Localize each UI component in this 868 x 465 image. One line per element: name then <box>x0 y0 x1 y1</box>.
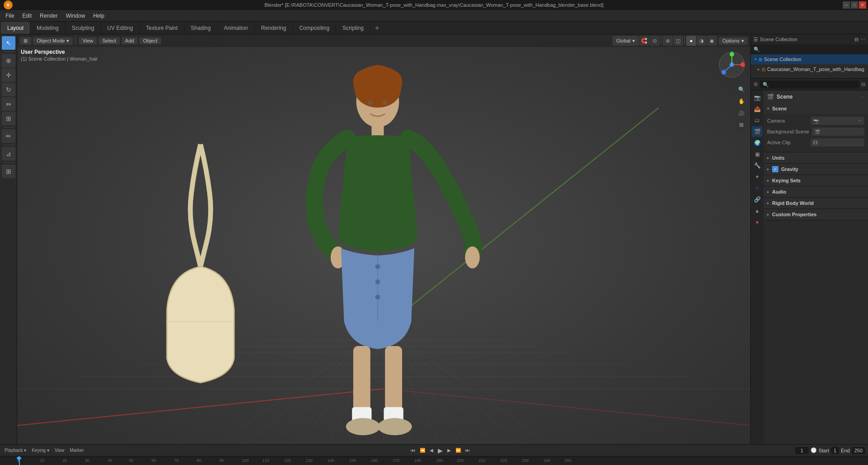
viewport[interactable]: ⊞ Object Mode ▾ View Select Add Object <box>17 34 750 444</box>
outliner-search-input[interactable] <box>762 47 865 52</box>
transform-tool-button[interactable]: ⊞ <box>2 112 15 125</box>
tab-animation[interactable]: Animation <box>218 22 255 34</box>
properties-filter-icon[interactable]: ⊟ <box>861 81 865 87</box>
minimize-button[interactable]: ─ <box>843 1 850 9</box>
add-menu-button[interactable]: Add <box>122 37 138 44</box>
scale-tool-button[interactable]: ⇔ <box>2 97 15 111</box>
pan-button[interactable]: ✋ <box>736 96 747 107</box>
rotate-tool-button[interactable]: ↻ <box>2 83 15 96</box>
ortho-button[interactable]: ⊞ <box>736 119 747 130</box>
tab-sculpting[interactable]: Sculpting <box>66 22 101 34</box>
transform-global-button[interactable]: Global ▾ <box>612 36 639 46</box>
xray-button[interactable]: ◫ <box>673 36 683 46</box>
options-button[interactable]: Options ▾ <box>719 37 748 45</box>
material-preview-button[interactable]: ◑ <box>697 36 707 46</box>
outliner-search-bar: 🔍 <box>751 44 868 54</box>
menu-render[interactable]: Render <box>36 12 61 20</box>
units-section-header[interactable]: ▸ Units <box>764 152 868 163</box>
start-value-field[interactable]: 1 <box>831 447 839 454</box>
background-scene-value[interactable]: 🎬 <box>812 128 864 136</box>
render-props-button[interactable]: 📷 <box>752 92 763 103</box>
object-mode-button[interactable]: Object Mode ▾ <box>33 37 73 45</box>
camera-button[interactable]: 🎥 <box>736 108 747 119</box>
view-menu-timeline-button[interactable]: View <box>53 447 66 454</box>
object-menu-button[interactable]: Object <box>139 37 161 44</box>
outliner-character-item[interactable]: ▸ ⊡ Caucasian_Woman_T_pose_with_Handbag <box>751 64 868 74</box>
tab-compositing[interactable]: Compositing <box>293 22 337 34</box>
proportional-edit-button[interactable]: ⊙ <box>650 36 659 46</box>
gravity-checkbox[interactable]: ✓ <box>772 166 778 172</box>
editor-type-button[interactable]: ⊞ <box>20 37 31 45</box>
end-value-field[interactable]: 250 <box>852 447 865 454</box>
tab-texture-paint[interactable]: Texture Paint <box>140 22 185 34</box>
scene-subsection-header[interactable]: ▾ Scene <box>764 103 868 114</box>
properties-scroll-area[interactable]: 🎬 Scene ⋯ ▾ Scene Camera <box>764 90 868 444</box>
camera-edit-icon[interactable]: ✏ <box>858 119 862 123</box>
gravity-section-header[interactable]: ▸ ✓ Gravity <box>764 164 868 175</box>
tab-uv-editing[interactable]: UV Editing <box>101 22 140 34</box>
view-menu-button[interactable]: View <box>79 37 97 44</box>
object-props-button[interactable]: ▣ <box>752 149 763 160</box>
select-menu-button[interactable]: Select <box>99 37 120 44</box>
jump-start-button[interactable]: ⏮ <box>409 447 417 454</box>
tab-shading[interactable]: Shading <box>185 22 218 34</box>
outliner-options-icon[interactable]: ⋯ <box>860 37 865 43</box>
data-props-button[interactable]: ▲ <box>752 205 763 216</box>
prev-keyframe-button[interactable]: ⏪ <box>418 447 427 454</box>
cursor-tool-button[interactable]: ⊕ <box>2 54 15 67</box>
scene-props-button[interactable]: 🎬 <box>752 126 763 137</box>
properties-search-input[interactable] <box>760 81 859 89</box>
viewport-overlay-button[interactable]: ⊛ <box>663 36 673 46</box>
custom-properties-section-header[interactable]: ▸ Custom Properties <box>764 209 868 220</box>
add-workspace-button[interactable]: + <box>370 22 384 34</box>
menu-edit[interactable]: Edit <box>19 12 35 20</box>
active-clip-value[interactable]: 🎞 <box>811 138 864 147</box>
particles-props-button[interactable]: ✦ <box>752 171 763 182</box>
rendered-view-button[interactable]: ◉ <box>707 36 717 46</box>
tab-rendering[interactable]: Rendering <box>255 22 293 34</box>
next-keyframe-button[interactable]: ⏩ <box>454 447 463 454</box>
navigation-gizmo[interactable]: X Y Z <box>717 50 747 80</box>
snap-button[interactable]: 🧲 <box>639 36 649 46</box>
close-button[interactable]: ✕ <box>859 1 866 9</box>
tab-layout[interactable]: Layout <box>1 22 30 34</box>
keying-sets-section-header[interactable]: ▸ Keying Sets <box>764 175 868 186</box>
rigid-body-world-section-header[interactable]: ▸ Rigid Body World <box>764 198 868 209</box>
constraints-props-button[interactable]: 🔗 <box>752 194 763 205</box>
menu-file[interactable]: File <box>2 12 18 20</box>
playback-menu-button[interactable]: Playback ▾ <box>3 447 28 454</box>
measure-tool-button[interactable]: ⊿ <box>2 147 15 161</box>
annotate-tool-button[interactable]: ✏ <box>2 129 15 143</box>
play-button[interactable]: ▶ <box>436 446 445 455</box>
collection-label: (1) Scene Collection | Woman_hair <box>21 56 98 62</box>
menu-help[interactable]: Help <box>90 12 108 20</box>
prev-frame-button[interactable]: ◀ <box>428 447 435 454</box>
marker-menu-button[interactable]: Marker <box>68 447 85 454</box>
next-frame-button[interactable]: ▶ <box>446 447 453 454</box>
frame-number-60: 60 <box>152 458 156 463</box>
zoom-in-button[interactable]: 🔍 <box>736 84 747 95</box>
physics-props-button[interactable]: ⚛ <box>752 183 763 194</box>
modifier-props-button[interactable]: 🔧 <box>752 160 763 171</box>
jump-end-button[interactable]: ⏭ <box>464 447 472 454</box>
camera-value[interactable]: 📷 ✏ <box>811 117 864 125</box>
timeline-bar[interactable]: 1 10 20 30 40 50 60 70 80 90 100 110 120… <box>0 456 868 465</box>
add-tool-button[interactable]: ⊞ <box>2 165 15 178</box>
view-layer-props-button[interactable]: 🗂 <box>752 115 763 126</box>
solid-view-button[interactable]: ● <box>686 36 696 46</box>
move-tool-button[interactable]: ✛ <box>2 68 15 82</box>
output-props-button[interactable]: 📤 <box>752 104 763 114</box>
tab-scripting[interactable]: Scripting <box>336 22 370 34</box>
select-tool-button[interactable]: ↖ <box>2 36 15 50</box>
keying-menu-button[interactable]: Keying ▾ <box>30 447 51 454</box>
outliner-scene-collection-item[interactable]: ▾ ⊞ Scene Collection <box>751 54 868 64</box>
frame-number-220: 220 <box>500 458 507 463</box>
scene-options-icon[interactable]: ⋯ <box>860 95 864 100</box>
material-props-button[interactable]: ● <box>752 217 763 228</box>
world-props-button[interactable]: 🌍 <box>752 138 763 148</box>
menu-window[interactable]: Window <box>62 12 89 20</box>
maximize-button[interactable]: □ <box>851 1 858 9</box>
audio-section-header[interactable]: ▸ Audio <box>764 186 868 197</box>
tab-modeling[interactable]: Modeling <box>30 22 66 34</box>
outliner-filter-icon[interactable]: ⊟ <box>854 37 859 43</box>
